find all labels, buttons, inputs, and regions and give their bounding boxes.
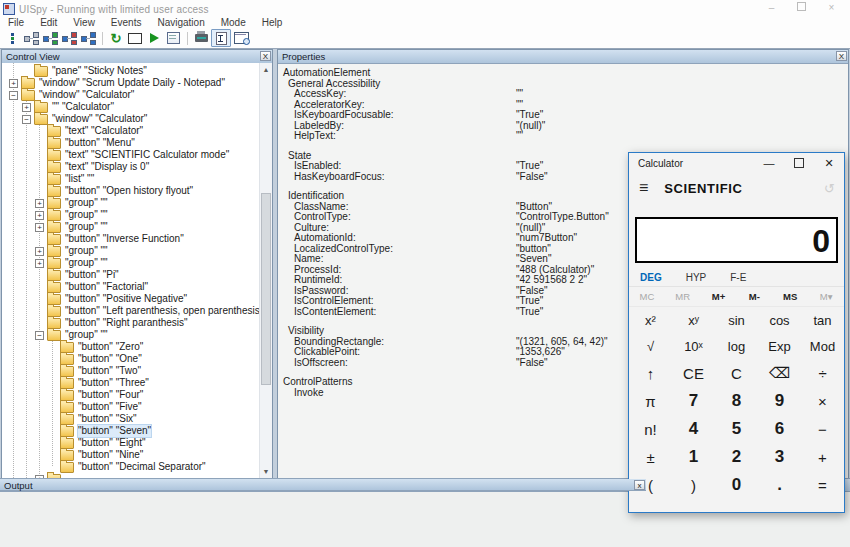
hamburger-menu-icon[interactable]: ≡ xyxy=(639,179,648,197)
calc-button-log[interactable]: log xyxy=(715,339,758,354)
tree-item-button-menu[interactable]: "button" "Menu" xyxy=(2,137,259,149)
calc-button-blank[interactable]: × xyxy=(801,393,844,410)
toolbar-button-hover-mode-icon[interactable] xyxy=(211,29,231,47)
minimize-icon[interactable]: — xyxy=(754,153,784,173)
output-close-button[interactable]: x xyxy=(634,480,645,490)
expand-icon[interactable]: + xyxy=(35,475,44,479)
tree-item-button-three[interactable]: "button" "Three" xyxy=(2,377,259,389)
calc-button-4[interactable]: 4 xyxy=(672,419,715,439)
collapse-icon[interactable]: − xyxy=(35,331,44,340)
scrollbar-thumb[interactable] xyxy=(261,193,271,385)
expand-icon[interactable]: + xyxy=(35,259,44,268)
expand-icon[interactable]: + xyxy=(22,103,31,112)
menu-navigation[interactable]: Navigation xyxy=(149,16,212,29)
toolbar-button-find-window-icon[interactable] xyxy=(232,30,250,46)
close-icon[interactable]: × xyxy=(825,1,838,14)
calc-button-mod[interactable]: Mod xyxy=(801,339,844,354)
calc-button-tan[interactable]: tan xyxy=(801,313,844,328)
tree-item-button-zero[interactable]: "button" "Zero" xyxy=(2,341,259,353)
expand-icon[interactable]: + xyxy=(35,199,44,208)
tree-item-button-six[interactable]: "button" "Six" xyxy=(2,413,259,425)
scroll-up-icon[interactable]: ▲ xyxy=(260,63,272,76)
tree-item-window-calculator[interactable]: −"window" "Calculator" xyxy=(2,113,259,125)
tree-item-button-inverse-function[interactable]: "button" "Inverse Function" xyxy=(2,233,259,245)
expand-icon[interactable]: + xyxy=(35,223,44,232)
tree-item-button-nine[interactable]: "button" "Nine" xyxy=(2,449,259,461)
toolbar-button-focus-tracking-icon[interactable] xyxy=(192,30,210,46)
calc-button-blank[interactable]: ⌫ xyxy=(758,364,801,382)
calc-button-10[interactable]: 10ˣ xyxy=(672,339,715,354)
calc-memory-m[interactable]: M- xyxy=(736,291,772,302)
menu-view[interactable]: View xyxy=(65,16,103,29)
calc-button-blank[interactable]: ) xyxy=(672,477,715,494)
calc-memory-m[interactable]: M▾ xyxy=(808,291,844,302)
tree-item-group[interactable]: +"group" "" xyxy=(2,197,259,209)
tree-item-text-display-is-0[interactable]: "text" "Display is 0" xyxy=(2,161,259,173)
collapse-icon[interactable]: − xyxy=(22,115,31,124)
menu-edit[interactable]: Edit xyxy=(32,16,65,29)
toolbar-button-highlight-rectangle-icon[interactable] xyxy=(126,30,144,46)
tree-item-button-pi[interactable]: "button" "Pi" xyxy=(2,269,259,281)
tree-item-text-calculator[interactable]: "text" "Calculator" xyxy=(2,125,259,137)
tree-item-button-four[interactable]: "button" "Four" xyxy=(2,389,259,401)
calc-button-blank[interactable]: ÷ xyxy=(801,365,844,382)
tree-item-group[interactable]: +"group" "" xyxy=(2,209,259,221)
tree-vertical-scrollbar[interactable]: ▲ ▼ xyxy=(259,63,272,478)
tree-item-text-scientific-calculator-mode[interactable]: "text" "SCIENTIFIC Calculator mode" xyxy=(2,149,259,161)
calc-button-blank[interactable]: − xyxy=(801,421,844,438)
tree-item-window-scrum-update-daily-notepad[interactable]: +"window" "Scrum Update Daily - Notepad" xyxy=(2,77,259,89)
toolbar-button-refresh-icon[interactable]: ↻ xyxy=(107,30,125,46)
toolbar-button-control-view-tree-icon[interactable] xyxy=(41,30,59,46)
close-icon[interactable]: ✕ xyxy=(814,153,844,173)
expand-icon[interactable]: + xyxy=(9,79,18,88)
calc-tab-hyp[interactable]: HYP xyxy=(686,272,707,283)
calc-button-0[interactable]: 0 xyxy=(715,475,758,495)
tree-item-button-one[interactable]: "button" "One" xyxy=(2,353,259,365)
toolbar-button-event-form-icon[interactable] xyxy=(164,30,182,46)
calculator-titlebar[interactable]: Calculator — ✕ xyxy=(629,153,844,173)
expand-icon[interactable]: + xyxy=(35,211,44,220)
calc-button-blank[interactable]: ± xyxy=(629,449,672,466)
calc-button-8[interactable]: 8 xyxy=(715,391,758,411)
restore-icon[interactable] xyxy=(795,1,808,14)
menu-events[interactable]: Events xyxy=(103,16,150,29)
history-icon[interactable]: ↺ xyxy=(824,181,835,196)
maximize-icon[interactable] xyxy=(784,153,814,173)
control-view-close-button[interactable]: X xyxy=(260,51,271,61)
properties-close-button[interactable]: X xyxy=(836,51,847,61)
toolbar-button-elements-dots-icon[interactable] xyxy=(3,30,21,46)
expand-icon[interactable]: + xyxy=(35,247,44,256)
calc-memory-mr[interactable]: MR xyxy=(665,291,701,302)
calc-memory-ms[interactable]: MS xyxy=(772,291,808,302)
calc-button-7[interactable]: 7 xyxy=(672,391,715,411)
tree-item-group[interactable]: +"group" "" xyxy=(2,245,259,257)
tree-item-group[interactable]: +"group" "" xyxy=(2,221,259,233)
collapse-icon[interactable]: − xyxy=(9,91,18,100)
calc-button-3[interactable]: 3 xyxy=(758,447,801,467)
calc-button-9[interactable]: 9 xyxy=(758,391,801,411)
toolbar-button-raw-view-tree-icon[interactable] xyxy=(22,30,40,46)
calc-button-blank[interactable]: ↑ xyxy=(629,365,672,382)
tree-item-button-eight[interactable]: "button" "Eight" xyxy=(2,437,259,449)
calc-button-blank[interactable]: = xyxy=(801,477,844,494)
calc-button-x[interactable]: x² xyxy=(629,313,672,328)
calc-tab-f-e[interactable]: F-E xyxy=(730,272,746,283)
tree-item-button-open-history-flyout[interactable]: "button" "Open history flyout" xyxy=(2,185,259,197)
minimize-icon[interactable]: – xyxy=(765,1,778,14)
calc-button-1[interactable]: 1 xyxy=(672,447,715,467)
calc-button-exp[interactable]: Exp xyxy=(758,339,801,354)
scroll-down-icon[interactable]: ▼ xyxy=(260,465,272,478)
calc-memory-mc[interactable]: MC xyxy=(629,291,665,302)
tree-item-group[interactable]: −"group" "" xyxy=(2,329,259,341)
calc-button-2[interactable]: 2 xyxy=(715,447,758,467)
calc-button-n[interactable]: n! xyxy=(629,421,672,438)
tree-item-list[interactable]: "list" "" xyxy=(2,173,259,185)
tree-item-button-positive-negative[interactable]: "button" "Positive Negative" xyxy=(2,293,259,305)
toolbar-button-custom-view-tree-icon[interactable] xyxy=(79,30,97,46)
tree-item-button-two[interactable]: "button" "Two" xyxy=(2,365,259,377)
calc-button-blank[interactable]: √ xyxy=(629,339,672,354)
calc-button-x[interactable]: xʸ xyxy=(672,313,715,328)
menu-help[interactable]: Help xyxy=(254,16,291,29)
calc-memory-m[interactable]: M+ xyxy=(701,291,737,302)
toolbar-button-content-view-tree-icon[interactable] xyxy=(60,30,78,46)
